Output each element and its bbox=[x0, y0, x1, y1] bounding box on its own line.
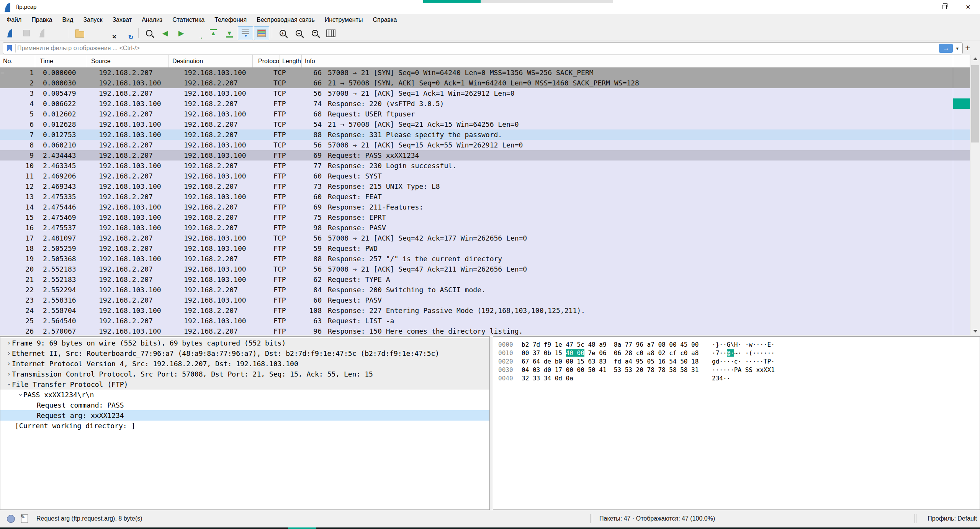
menu-telephony[interactable]: Телефония bbox=[209, 14, 252, 26]
packet-row[interactable]: 132.475335192.168.2.207192.168.103.100FT… bbox=[0, 192, 970, 202]
collapse-icon[interactable]: › bbox=[15, 392, 26, 398]
packet-row[interactable]: 20.000030192.168.103.100192.168.2.207TCP… bbox=[0, 78, 970, 88]
restart-capture-button bbox=[35, 26, 50, 40]
packet-row[interactable]: 50.012602192.168.2.207192.168.103.100FTP… bbox=[0, 109, 970, 119]
hex-row[interactable]: 0000b2 7d f9 1e 47 5c 48 a9 8a 77 96 a7 … bbox=[498, 341, 980, 349]
auto-scroll-button[interactable] bbox=[238, 26, 253, 40]
menu-statistics[interactable]: Статистика bbox=[167, 14, 209, 26]
packet-row[interactable]: 242.558704192.168.103.100192.168.2.207FT… bbox=[0, 305, 970, 316]
packet-row[interactable]: 102.463345192.168.103.100192.168.2.207FT… bbox=[0, 161, 970, 171]
detail-row[interactable]: [Current working directory: ] bbox=[0, 421, 489, 431]
start-capture-button[interactable] bbox=[3, 26, 18, 40]
menu-file[interactable]: Файл bbox=[2, 14, 26, 26]
hex-row[interactable]: 004032 33 34 0d 0a234·· bbox=[498, 374, 980, 383]
packet-row[interactable]: 222.552294192.168.103.100192.168.2.207FT… bbox=[0, 285, 970, 295]
packet-row[interactable]: 202.552183192.168.2.207192.168.103.100TC… bbox=[0, 264, 970, 274]
open-file-button[interactable] bbox=[72, 26, 87, 40]
menu-edit[interactable]: Правка bbox=[26, 14, 57, 26]
next-packet-button[interactable]: ▶ bbox=[173, 26, 189, 40]
expand-icon[interactable]: › bbox=[6, 348, 12, 359]
column-header-destination[interactable]: Destination bbox=[169, 55, 253, 67]
filter-dropdown-caret-icon[interactable]: ▾ bbox=[956, 46, 959, 51]
detail-row[interactable]: ›PASS xxXX1234\r\n bbox=[0, 390, 489, 400]
menu-go[interactable]: Запуск bbox=[78, 14, 107, 26]
scrollbar-down-icon[interactable] bbox=[973, 330, 978, 332]
column-header-protocol[interactable]: Protocol bbox=[253, 55, 280, 67]
display-filter-box[interactable]: → ▾ bbox=[3, 42, 963, 54]
add-filter-button[interactable]: + bbox=[962, 42, 973, 54]
packet-row[interactable]: 70.012753192.168.103.100192.168.2.207FTP… bbox=[0, 129, 970, 140]
packet-row[interactable]: 232.558316192.168.2.207192.168.103.100FT… bbox=[0, 295, 970, 305]
packet-row[interactable]: 80.060210192.168.2.207192.168.103.100TCP… bbox=[0, 140, 970, 150]
scrollbar-thumb[interactable] bbox=[971, 65, 979, 142]
filter-bookmark-icon[interactable] bbox=[7, 45, 12, 52]
hex-row[interactable]: 002067 64 de b0 00 15 63 83 fd a4 95 05 … bbox=[498, 357, 980, 366]
menu-tools[interactable]: Инструменты bbox=[320, 14, 368, 26]
find-packet-button[interactable] bbox=[141, 26, 157, 40]
capture-comment-icon[interactable] bbox=[21, 514, 28, 523]
restore-button[interactable] bbox=[933, 0, 956, 14]
packet-row[interactable]: 30.005479192.168.2.207192.168.103.100TCP… bbox=[0, 88, 970, 98]
zoom-original-button[interactable]: = bbox=[307, 26, 322, 40]
packet-row[interactable]: 182.505259192.168.2.207192.168.103.100FT… bbox=[0, 243, 970, 254]
expert-info-icon[interactable] bbox=[7, 515, 15, 523]
packet-row[interactable]: 40.006622192.168.103.100192.168.2.207FTP… bbox=[0, 98, 970, 109]
detail-row[interactable]: ›Ethernet II, Src: Routerboardc_77:96:a7… bbox=[0, 348, 489, 359]
detail-row[interactable]: Request arg: xxXX1234 bbox=[0, 410, 489, 421]
packet-row[interactable]: 212.552183192.168.2.207192.168.103.100FT… bbox=[0, 274, 970, 285]
packet-list-scrollbar[interactable] bbox=[970, 55, 980, 335]
menu-capture[interactable]: Захват bbox=[107, 14, 137, 26]
zoom-in-button[interactable]: + bbox=[275, 26, 290, 40]
detail-row[interactable]: ›Internet Protocol Version 4, Src: 192.1… bbox=[0, 359, 489, 369]
hex-row[interactable]: 001000 37 0b 15 40 00 7e 06 06 28 c0 a8 … bbox=[498, 349, 980, 357]
expand-icon[interactable]: › bbox=[6, 369, 12, 379]
packet-info: Response: 257 "/" is the current directo… bbox=[325, 254, 970, 264]
capture-options-button[interactable] bbox=[51, 26, 66, 40]
column-header-no[interactable]: No. bbox=[0, 55, 35, 67]
detail-row[interactable]: ›Transmission Control Protocol, Src Port… bbox=[0, 369, 489, 379]
menu-help[interactable]: Справка bbox=[368, 14, 402, 26]
column-header-source[interactable]: Source bbox=[87, 55, 169, 67]
last-packet-button[interactable]: ▼ bbox=[222, 26, 237, 40]
first-packet-button[interactable]: ▲ bbox=[206, 26, 221, 40]
status-profile[interactable]: Профиль: Default bbox=[928, 515, 977, 522]
packet-row[interactable]: 60.012628192.168.103.100192.168.2.207TCP… bbox=[0, 119, 970, 129]
go-to-packet-button[interactable] bbox=[190, 26, 205, 40]
minimize-button[interactable] bbox=[909, 0, 933, 14]
packet-row[interactable]: 162.475537192.168.103.100192.168.2.207FT… bbox=[0, 223, 970, 233]
restore-icon bbox=[942, 5, 947, 9]
resize-columns-button[interactable] bbox=[323, 26, 339, 40]
packet-row[interactable]: 252.564540192.168.2.207192.168.103.100FT… bbox=[0, 316, 970, 326]
detail-row[interactable]: ›Frame 9: 69 bytes on wire (552 bits), 6… bbox=[0, 338, 489, 348]
colorize-button[interactable] bbox=[254, 26, 269, 40]
expand-icon[interactable]: › bbox=[6, 359, 12, 369]
menu-analyze[interactable]: Анализ bbox=[137, 14, 167, 26]
packet-row[interactable]: 172.481097192.168.2.207192.168.103.100TC… bbox=[0, 233, 970, 243]
packet-row[interactable]: 152.475469192.168.103.100192.168.2.207FT… bbox=[0, 212, 970, 223]
zoom-out-button[interactable]: − bbox=[291, 26, 306, 40]
menu-view[interactable]: Вид bbox=[57, 14, 78, 26]
packet-row[interactable]: 192.505368192.168.103.100192.168.2.207FT… bbox=[0, 254, 970, 264]
packet-row[interactable]: 142.475446192.168.103.100192.168.2.207FT… bbox=[0, 202, 970, 212]
packet-row[interactable]: 10.000000192.168.2.207192.168.103.100TCP… bbox=[0, 67, 970, 78]
column-header-time[interactable]: Time bbox=[35, 55, 87, 67]
column-header-length[interactable]: Length bbox=[280, 55, 302, 67]
close-file-button[interactable] bbox=[104, 26, 119, 40]
previous-packet-button[interactable]: ◀ bbox=[157, 26, 173, 40]
detail-row[interactable]: ›File Transfer Protocol (FTP) bbox=[0, 379, 489, 390]
column-header-info[interactable]: Info bbox=[302, 55, 970, 67]
collapse-icon[interactable]: › bbox=[4, 382, 14, 388]
reload-file-button[interactable] bbox=[120, 26, 136, 40]
packet-row[interactable]: 112.469206192.168.2.207192.168.103.100FT… bbox=[0, 171, 970, 181]
packet-row[interactable]: 122.469343192.168.103.100192.168.2.207FT… bbox=[0, 181, 970, 192]
hex-row[interactable]: 003004 03 d0 17 00 00 50 41 53 53 20 78 … bbox=[498, 366, 980, 374]
detail-row[interactable]: Request command: PASS bbox=[0, 400, 489, 410]
close-button[interactable]: × bbox=[956, 0, 980, 14]
display-filter-input[interactable] bbox=[16, 44, 939, 52]
menu-wireless[interactable]: Беспроводная связь bbox=[252, 14, 320, 26]
apply-filter-button[interactable]: → bbox=[939, 44, 953, 53]
scrollbar-up-icon[interactable] bbox=[973, 57, 978, 60]
packet-row[interactable]: 92.434443192.168.2.207192.168.103.100FTP… bbox=[0, 150, 970, 161]
expand-icon[interactable]: › bbox=[6, 338, 12, 348]
packet-row[interactable]: 262.570067192.168.103.100192.168.2.207FT… bbox=[0, 326, 970, 335]
